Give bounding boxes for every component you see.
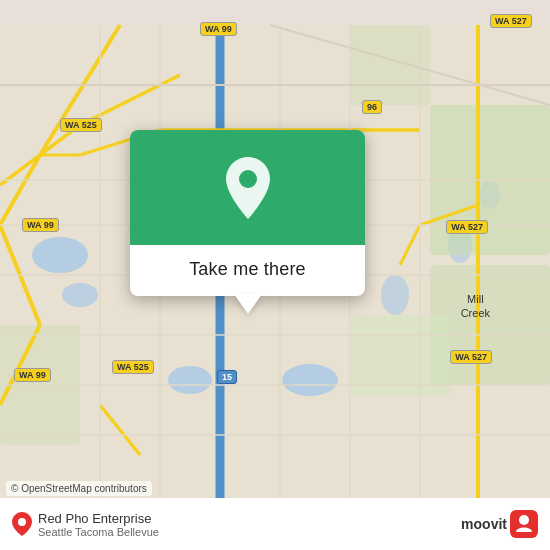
svg-point-45 <box>519 515 529 525</box>
svg-point-4 <box>282 364 338 396</box>
highway-label-wa525: WA 525 <box>60 118 102 132</box>
map-container: WA 99 WA 525 WA 99 96 WA 527 WA 527 WA 5… <box>0 0 550 550</box>
moovit-pin-icon <box>12 512 32 536</box>
highway-label-wa525-bottom: WA 525 <box>112 360 154 374</box>
svg-rect-12 <box>350 315 450 395</box>
highway-label-wa527-mid: WA 527 <box>446 220 488 234</box>
highway-label-wa99-bottom: WA 99 <box>14 368 51 382</box>
popup-card: Take me there <box>130 130 365 296</box>
take-me-there-button[interactable]: Take me there <box>189 259 306 280</box>
location-pin-icon <box>222 157 274 219</box>
attribution: © OpenStreetMap contributors <box>6 481 152 496</box>
moovit-icon <box>510 510 538 538</box>
svg-rect-10 <box>350 25 430 105</box>
highway-label-wa527-bot: WA 527 <box>450 350 492 364</box>
popup-tail <box>234 294 262 314</box>
highway-label-wa96: 96 <box>362 100 382 114</box>
location-info: Red Pho Enterprise Seattle Tacoma Bellev… <box>12 511 461 538</box>
highway-label-i5: 15 <box>217 370 237 384</box>
location-name: Red Pho Enterprise <box>38 511 159 526</box>
highway-label-wa99-top: WA 99 <box>200 22 237 36</box>
moovit-brand-text: moovit <box>461 516 507 532</box>
highway-label-wa527-top: WA 527 <box>490 14 532 28</box>
popup-button-area[interactable]: Take me there <box>130 245 365 296</box>
bottom-bar: Red Pho Enterprise Seattle Tacoma Bellev… <box>0 498 550 550</box>
svg-point-42 <box>239 170 257 188</box>
svg-point-1 <box>32 237 88 273</box>
svg-point-5 <box>381 275 409 315</box>
highway-label-wa99-left: WA 99 <box>22 218 59 232</box>
location-region: Seattle Tacoma Bellevue <box>38 526 159 538</box>
moovit-logo: moovit <box>461 510 538 538</box>
svg-point-3 <box>168 366 212 394</box>
mill-creek-label: MillCreek <box>461 292 490 321</box>
svg-point-2 <box>62 283 98 307</box>
svg-point-43 <box>18 518 26 526</box>
popup-green-header <box>130 130 365 245</box>
